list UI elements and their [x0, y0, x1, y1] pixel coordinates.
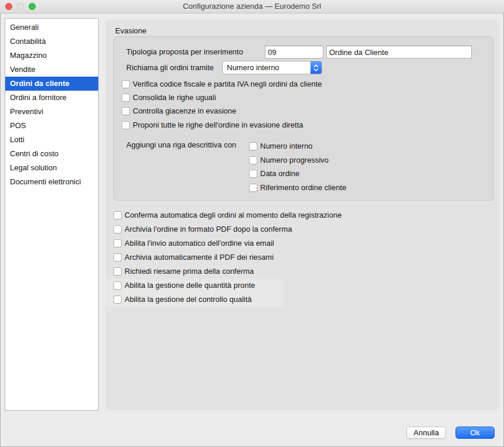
checkbox-row-verifica-codice-fiscale[interactable]: Verifica codice fiscale e partita IVA ne… [122, 79, 322, 90]
sidebar-item-magazzino[interactable]: Magazzino [5, 49, 98, 63]
titlebar: Configurazione azienda — Eurodemo Srl [0, 0, 504, 13]
ok-button[interactable]: Ok [455, 427, 495, 439]
cancel-button[interactable]: Annulla [406, 427, 446, 439]
traffic-lights [5, 3, 36, 10]
sidebar-item-vendite[interactable]: Vendite [5, 63, 98, 77]
main-panel: Evasione Tipologia proposta per inserime… [105, 19, 499, 410]
richiama-label: Richiama gli ordini tramite [126, 61, 214, 74]
zoom-button[interactable] [29, 3, 36, 10]
checkbox-row-quantita-pronte[interactable]: Abilita la gestione delle quantità pront… [113, 280, 255, 291]
richiama-ordini-select[interactable]: Numero interno [222, 61, 322, 74]
checkbox-row-richiedi-riesame[interactable]: Richiedi riesame prima della conferma [113, 266, 254, 277]
sidebar-item-centri-di-costo[interactable]: Centri di costo [5, 147, 98, 161]
sidebar-item-documenti-elettronici[interactable]: Documenti elettronici [5, 175, 98, 189]
checkbox[interactable] [113, 281, 122, 290]
tipologia-description-input[interactable] [326, 46, 472, 59]
sidebar-item-generali[interactable]: Generali [5, 20, 98, 35]
checkbox[interactable] [249, 142, 257, 150]
checkbox[interactable] [113, 295, 122, 304]
checkbox[interactable] [113, 225, 122, 233]
sidebar-item-lotti[interactable]: Lotti [5, 133, 98, 147]
checkbox-row-numero-interno[interactable]: Numero interno [249, 141, 313, 152]
minimize-button[interactable] [17, 3, 24, 10]
richiama-selected-value: Numero interno [223, 61, 310, 74]
tipologia-code-input[interactable] [265, 46, 323, 59]
checkbox-row-controlla-giacenze[interactable]: Controlla giacenze in evasione [122, 106, 236, 116]
checkbox[interactable] [249, 170, 257, 178]
chevron-up-down-icon [310, 61, 322, 74]
evasione-group-title: Evasione [115, 26, 146, 36]
checkbox-row-invio-automatico-email[interactable]: Abilita l'invio automatico dell'ordine v… [113, 238, 274, 249]
sidebar: Generali Contabilità Magazzino Vendite O… [5, 18, 99, 411]
checkbox-row-numero-progressivo[interactable]: Numero progressivo [249, 155, 329, 166]
checkbox[interactable] [113, 211, 122, 219]
checkbox[interactable] [122, 80, 130, 88]
sidebar-item-contabilita[interactable]: Contabilità [5, 35, 98, 49]
checkbox[interactable] [249, 184, 257, 192]
sidebar-item-preventivi[interactable]: Preventivi [5, 105, 98, 119]
checkbox-row-controllo-qualita[interactable]: Abilita la gestione del controllo qualit… [113, 294, 252, 305]
sidebar-item-legal-solution[interactable]: Legal solution [5, 161, 98, 175]
checkbox-row-archivia-pdf-riesami[interactable]: Archivia automaticamente il PDF dei ries… [113, 252, 274, 263]
checkbox-row-archivia-pdf[interactable]: Archivia l'ordine in formato PDF dopo la… [113, 224, 292, 235]
checkbox-row-proponi-righe[interactable]: Proponi tutte le righe dell'ordine in ev… [122, 120, 303, 130]
checkbox-row-consolida-righe[interactable]: Consolida le righe uguali [122, 92, 216, 103]
checkbox[interactable] [249, 156, 257, 164]
sidebar-item-ordini-da-cliente[interactable]: Ordini da cliente [5, 77, 98, 91]
configurazione-azienda-window: Configurazione azienda — Eurodemo Srl Ge… [0, 0, 504, 447]
sidebar-item-ordini-a-fornitore[interactable]: Ordini a fornitore [5, 91, 98, 105]
checkbox[interactable] [113, 267, 122, 276]
evasione-groupbox: Tipologia proposta per inserimento Richi… [113, 36, 493, 201]
riga-descrittiva-label: Aggiungi una riga descrittiva con [126, 140, 236, 150]
checkbox-row-conferma-automatica[interactable]: Conferma automatica degli ordini al mome… [113, 210, 341, 221]
window-title: Configurazione azienda — Eurodemo Srl [0, 0, 504, 13]
checkbox[interactable] [113, 239, 122, 247]
checkbox[interactable] [122, 121, 130, 129]
tipologia-label: Tipologia proposta per inserimento [126, 46, 243, 59]
checkbox-row-riferimento-ordine[interactable]: Riferimento ordine cliente [249, 183, 346, 193]
close-button[interactable] [5, 3, 12, 10]
checkbox-row-data-ordine[interactable]: Data ordine [249, 169, 299, 179]
checkbox[interactable] [122, 94, 130, 102]
checkbox[interactable] [122, 107, 130, 115]
checkbox[interactable] [113, 253, 122, 262]
sidebar-item-pos[interactable]: POS [5, 119, 98, 133]
